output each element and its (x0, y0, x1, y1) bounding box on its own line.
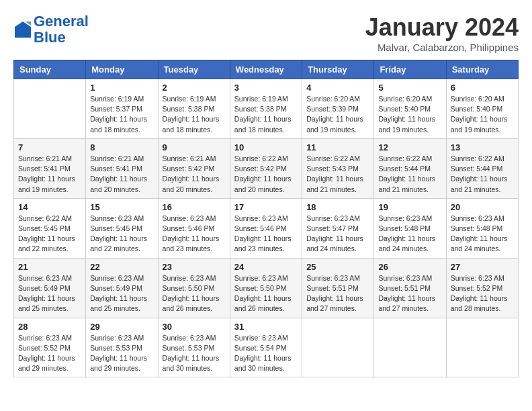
calendar-cell (302, 318, 374, 377)
weekday-header-thursday: Thursday (302, 60, 374, 79)
calendar-cell: 24Sunrise: 6:23 AM Sunset: 5:50 PM Dayli… (230, 258, 302, 318)
title-block: January 2024 Malvar, Calabarzon, Philipp… (365, 13, 519, 53)
calendar-cell: 27Sunrise: 6:23 AM Sunset: 5:52 PM Dayli… (446, 258, 518, 318)
calendar-cell: 14Sunrise: 6:22 AM Sunset: 5:45 PM Dayli… (14, 198, 86, 258)
day-number: 5 (378, 83, 441, 93)
calendar-week-4: 21Sunrise: 6:23 AM Sunset: 5:49 PM Dayli… (14, 258, 519, 318)
calendar-cell: 3Sunrise: 6:19 AM Sunset: 5:38 PM Daylig… (230, 79, 302, 139)
day-number: 7 (18, 142, 81, 152)
calendar-cell: 4Sunrise: 6:20 AM Sunset: 5:39 PM Daylig… (302, 79, 374, 139)
calendar-header: SundayMondayTuesdayWednesdayThursdayFrid… (14, 60, 519, 79)
day-detail: Sunrise: 6:22 AM Sunset: 5:43 PM Dayligh… (306, 154, 369, 195)
calendar-cell: 13Sunrise: 6:22 AM Sunset: 5:44 PM Dayli… (446, 138, 518, 198)
day-detail: Sunrise: 6:22 AM Sunset: 5:45 PM Dayligh… (18, 214, 81, 255)
day-detail: Sunrise: 6:23 AM Sunset: 5:54 PM Dayligh… (234, 333, 298, 374)
day-detail: Sunrise: 6:21 AM Sunset: 5:41 PM Dayligh… (90, 154, 153, 195)
day-detail: Sunrise: 6:20 AM Sunset: 5:39 PM Dayligh… (306, 94, 369, 135)
day-detail: Sunrise: 6:22 AM Sunset: 5:44 PM Dayligh… (451, 154, 514, 195)
month-title: January 2024 (365, 13, 519, 42)
day-detail: Sunrise: 6:19 AM Sunset: 5:37 PM Dayligh… (90, 94, 153, 135)
day-number: 16 (163, 202, 226, 212)
calendar-cell: 20Sunrise: 6:23 AM Sunset: 5:48 PM Dayli… (446, 198, 518, 258)
day-detail: Sunrise: 6:23 AM Sunset: 5:50 PM Dayligh… (163, 273, 226, 314)
day-detail: Sunrise: 6:21 AM Sunset: 5:42 PM Dayligh… (163, 154, 226, 195)
day-number: 27 (451, 262, 514, 272)
calendar-cell: 10Sunrise: 6:22 AM Sunset: 5:42 PM Dayli… (230, 138, 302, 198)
calendar-cell: 19Sunrise: 6:23 AM Sunset: 5:48 PM Dayli… (374, 198, 446, 258)
day-number: 28 (18, 322, 81, 332)
calendar-cell: 6Sunrise: 6:20 AM Sunset: 5:40 PM Daylig… (446, 79, 518, 139)
day-number: 21 (18, 262, 81, 272)
day-number: 17 (234, 202, 298, 212)
calendar-body: 1Sunrise: 6:19 AM Sunset: 5:37 PM Daylig… (14, 79, 519, 377)
day-number: 1 (90, 83, 153, 93)
day-detail: Sunrise: 6:23 AM Sunset: 5:49 PM Dayligh… (18, 273, 81, 314)
calendar-cell: 11Sunrise: 6:22 AM Sunset: 5:43 PM Dayli… (302, 138, 374, 198)
day-number: 13 (451, 142, 514, 152)
svg-rect-2 (15, 35, 31, 38)
day-detail: Sunrise: 6:23 AM Sunset: 5:51 PM Dayligh… (306, 273, 369, 314)
day-number: 12 (378, 142, 441, 152)
day-detail: Sunrise: 6:19 AM Sunset: 5:38 PM Dayligh… (163, 94, 226, 135)
day-detail: Sunrise: 6:19 AM Sunset: 5:38 PM Dayligh… (234, 94, 298, 135)
logo: General Blue (13, 13, 89, 46)
calendar-cell: 15Sunrise: 6:23 AM Sunset: 5:45 PM Dayli… (86, 198, 158, 258)
calendar-cell: 5Sunrise: 6:20 AM Sunset: 5:40 PM Daylig… (374, 79, 446, 139)
day-detail: Sunrise: 6:20 AM Sunset: 5:40 PM Dayligh… (451, 94, 514, 135)
day-detail: Sunrise: 6:23 AM Sunset: 5:48 PM Dayligh… (378, 214, 441, 255)
day-number: 23 (163, 262, 226, 272)
day-number: 20 (451, 202, 514, 212)
day-detail: Sunrise: 6:20 AM Sunset: 5:40 PM Dayligh… (378, 94, 441, 135)
calendar-cell: 22Sunrise: 6:23 AM Sunset: 5:49 PM Dayli… (86, 258, 158, 318)
calendar-cell (446, 318, 518, 377)
day-number: 10 (234, 142, 298, 152)
calendar-week-5: 28Sunrise: 6:23 AM Sunset: 5:52 PM Dayli… (14, 318, 519, 377)
calendar-cell: 7Sunrise: 6:21 AM Sunset: 5:41 PM Daylig… (14, 138, 86, 198)
calendar-cell: 12Sunrise: 6:22 AM Sunset: 5:44 PM Dayli… (374, 138, 446, 198)
day-number: 15 (90, 202, 153, 212)
weekday-header-friday: Friday (374, 60, 446, 79)
day-number: 11 (306, 142, 369, 152)
page-header: General Blue January 2024 Malvar, Calaba… (13, 13, 519, 53)
calendar-cell: 2Sunrise: 6:19 AM Sunset: 5:38 PM Daylig… (158, 79, 230, 139)
calendar-cell (374, 318, 446, 377)
weekday-header-monday: Monday (86, 60, 158, 79)
day-detail: Sunrise: 6:23 AM Sunset: 5:47 PM Dayligh… (306, 214, 369, 255)
calendar-week-2: 7Sunrise: 6:21 AM Sunset: 5:41 PM Daylig… (14, 138, 519, 198)
day-number: 29 (90, 322, 153, 332)
day-detail: Sunrise: 6:23 AM Sunset: 5:46 PM Dayligh… (163, 214, 226, 255)
day-detail: Sunrise: 6:23 AM Sunset: 5:52 PM Dayligh… (451, 273, 514, 314)
day-number: 6 (451, 83, 514, 93)
weekday-header-row: SundayMondayTuesdayWednesdayThursdayFrid… (14, 60, 519, 79)
day-number: 26 (378, 262, 441, 272)
day-number: 31 (234, 322, 298, 332)
calendar-cell: 17Sunrise: 6:23 AM Sunset: 5:46 PM Dayli… (230, 198, 302, 258)
calendar-cell: 9Sunrise: 6:21 AM Sunset: 5:42 PM Daylig… (158, 138, 230, 198)
day-number: 2 (163, 83, 226, 93)
calendar-cell: 28Sunrise: 6:23 AM Sunset: 5:52 PM Dayli… (14, 318, 86, 377)
day-detail: Sunrise: 6:21 AM Sunset: 5:41 PM Dayligh… (18, 154, 81, 195)
day-number: 19 (378, 202, 441, 212)
weekday-header-sunday: Sunday (14, 60, 86, 79)
day-detail: Sunrise: 6:23 AM Sunset: 5:53 PM Dayligh… (163, 333, 226, 374)
day-number: 8 (90, 142, 153, 152)
day-number: 25 (306, 262, 369, 272)
day-detail: Sunrise: 6:23 AM Sunset: 5:50 PM Dayligh… (234, 273, 298, 314)
day-number: 30 (163, 322, 226, 332)
day-detail: Sunrise: 6:23 AM Sunset: 5:53 PM Dayligh… (90, 333, 153, 374)
calendar-table: SundayMondayTuesdayWednesdayThursdayFrid… (13, 60, 519, 377)
day-detail: Sunrise: 6:23 AM Sunset: 5:52 PM Dayligh… (18, 333, 81, 374)
calendar-cell: 21Sunrise: 6:23 AM Sunset: 5:49 PM Dayli… (14, 258, 86, 318)
day-number: 14 (18, 202, 81, 212)
calendar-week-3: 14Sunrise: 6:22 AM Sunset: 5:45 PM Dayli… (14, 198, 519, 258)
logo-text: General Blue (34, 13, 89, 46)
calendar-cell: 1Sunrise: 6:19 AM Sunset: 5:37 PM Daylig… (86, 79, 158, 139)
calendar-cell: 26Sunrise: 6:23 AM Sunset: 5:51 PM Dayli… (374, 258, 446, 318)
day-number: 24 (234, 262, 298, 272)
day-number: 18 (306, 202, 369, 212)
day-number: 3 (234, 83, 298, 93)
calendar-cell: 30Sunrise: 6:23 AM Sunset: 5:53 PM Dayli… (158, 318, 230, 377)
weekday-header-tuesday: Tuesday (158, 60, 230, 79)
logo-icon (13, 20, 32, 39)
weekday-header-saturday: Saturday (446, 60, 518, 79)
